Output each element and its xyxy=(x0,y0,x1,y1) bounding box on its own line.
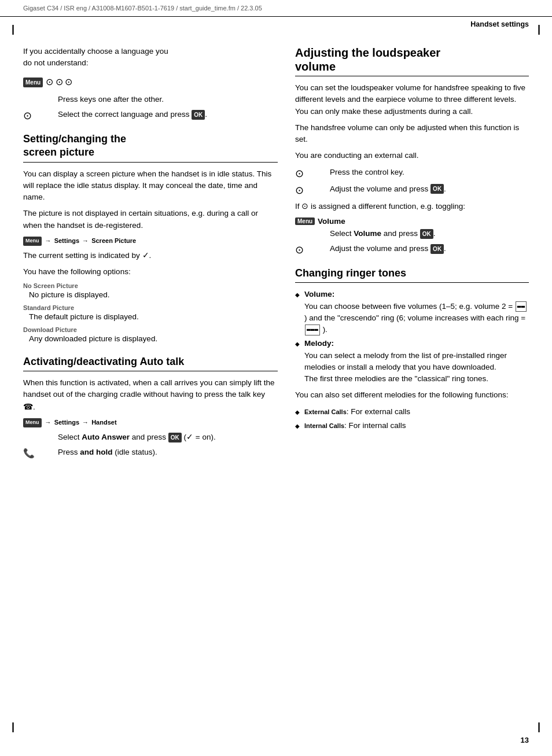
section1-current-setting: The current setting is indicated by ✓. xyxy=(23,249,278,261)
ctrl-key-icon-3: ⊙ xyxy=(295,243,330,256)
left-column: If you accidentally choose a language yo… xyxy=(23,46,278,463)
ctrl-key-icon-2: ⊙ xyxy=(295,183,330,197)
ok-badge-lang: OK xyxy=(192,110,205,120)
menu-badge-vol: Menu xyxy=(295,217,315,225)
right-instr2-row: ⊙ Adjust the volume and press OK. xyxy=(295,183,529,197)
ok-badge-r3: OK xyxy=(430,244,444,254)
section2-heading: Activating/deactivating Auto talk xyxy=(23,355,278,371)
external-calls-item: External Calls: For external calls xyxy=(295,406,529,418)
right-instr3-row: ⊙ Adjust the volume and press OK. xyxy=(295,243,529,256)
page-number: 13 xyxy=(521,736,529,744)
volume-bullet-desc: You can choose between five volumes (1–5… xyxy=(304,302,527,334)
corner-mark-br: | xyxy=(538,721,540,733)
page-footer: 13 xyxy=(521,736,529,744)
option2-name: Standard Picture xyxy=(23,304,278,311)
right-instr1-row: ⊙ Press the control key. xyxy=(295,167,529,180)
also-text: You can also set different melodies for … xyxy=(295,389,529,401)
corner-mark-tr: | xyxy=(538,23,540,35)
arrow-4: → xyxy=(82,419,89,426)
press-keys-text: Press keys one after the other. xyxy=(58,94,278,105)
hold-icon: 📞 xyxy=(23,447,58,459)
header-right xyxy=(527,5,529,12)
section2-instr2-text: Press and hold (idle status). xyxy=(58,447,278,458)
right-instr3-text: Adjust the volume and press OK. xyxy=(330,243,529,255)
checkmark-icon: ✓ xyxy=(142,250,149,260)
right-s1-para2: The handsfree volume can only be adjuste… xyxy=(295,122,529,146)
ok-badge-r1: OK xyxy=(430,184,444,194)
melody-bullet-label: Melody: xyxy=(304,339,334,348)
nav-icon-1: ⊙ xyxy=(46,77,53,87)
right-section2-heading: Changing ringer tones xyxy=(295,267,529,283)
section2-nav-path: Menu → Settings → Handset xyxy=(23,418,278,427)
volume-bullet-item: Volume: You can choose between five volu… xyxy=(295,289,529,335)
vol-icon-2: ▬▬ xyxy=(516,301,527,312)
external-calls-label: External Calls xyxy=(304,408,347,415)
corner-mark-tl: | xyxy=(12,23,14,35)
option1-name: No Screen Picture xyxy=(23,282,278,289)
section1-options-intro: You have the following options: xyxy=(23,266,278,278)
nav-icon-2: ⊙ xyxy=(56,77,63,87)
menu-badge-intro: Menu xyxy=(23,78,43,87)
press-keys-icon xyxy=(23,94,58,94)
option2-desc: The default picture is displayed. xyxy=(29,312,278,323)
header-text: Gigaset C34 / ISR eng / A31008-M1607-B50… xyxy=(23,5,262,12)
option1-desc: No picture is displayed. xyxy=(29,290,278,301)
melody-bullet-desc2: The first three melodies are the "classi… xyxy=(304,374,488,383)
right-s1-para1: You can set the loudspeaker volume for h… xyxy=(295,82,529,117)
menu-badge-s1: Menu xyxy=(23,237,42,246)
section1-para1: You can display a screen picture when th… xyxy=(23,168,278,204)
right-s1-para3: You are conducting an external call. xyxy=(295,150,529,161)
external-calls-text: : For external calls xyxy=(347,407,410,416)
right-if-text: If ⊙ is assigned a different function, e… xyxy=(295,200,529,212)
section1-heading: Setting/changing the screen picture xyxy=(23,132,278,163)
ok-badge-s2: OK xyxy=(168,433,182,442)
volume-bullet-label: Volume: xyxy=(304,290,334,298)
select-language-text: Select the correct language and press OK… xyxy=(58,109,278,120)
option3-desc: Any downloaded picture is displayed. xyxy=(29,334,278,345)
press-keys-row: Press keys one after the other. xyxy=(23,94,278,105)
menu-badge-s2: Menu xyxy=(23,418,42,427)
intro-text: If you accidentally choose a language yo… xyxy=(23,46,278,69)
function-bullet-list: External Calls: For external calls Inter… xyxy=(295,406,529,432)
page-header: Gigaset C34 / ISR eng / A31008-M1607-B50… xyxy=(0,0,552,17)
arrow-1: → xyxy=(45,237,51,244)
section2-para1: When this function is activated, when a … xyxy=(23,377,278,413)
internal-calls-text: : For internal calls xyxy=(344,421,406,430)
select-language-row: ⊙ Select the correct language and press … xyxy=(23,109,278,122)
arrow-3: → xyxy=(45,419,51,426)
handset-settings-label: Handset settings xyxy=(0,17,552,28)
talk-key-icon: ☎ xyxy=(23,402,33,411)
right-column: Adjusting the loudspeaker volume You can… xyxy=(295,46,529,463)
corner-mark-bl: | xyxy=(12,721,14,733)
menu-volume-row: Menu Volume xyxy=(295,217,529,226)
right-instr1-text: Press the control key. xyxy=(330,167,529,178)
content-wrapper: If you accidentally choose a language yo… xyxy=(0,28,552,497)
melody-bullet-item: Melody: You can select a melody from the… xyxy=(295,338,529,385)
ringer-bullet-list: Volume: You can choose between five volu… xyxy=(295,289,529,385)
right-section1-heading: Adjusting the loudspeaker volume xyxy=(295,46,529,76)
option3-name: Download Picture xyxy=(23,326,278,333)
menu-icons-line: Menu ⊙ ⊙ ⊙ xyxy=(23,75,278,89)
select-volume-instr: Select Volume and press OK. xyxy=(330,228,529,239)
ok-badge-r2: OK xyxy=(420,229,433,239)
internal-calls-item: Internal Calls: For internal calls xyxy=(295,420,529,432)
arrow-2: → xyxy=(82,237,89,244)
volume-word: Volume xyxy=(318,217,345,226)
melody-bullet-desc1: You can select a melody from the list of… xyxy=(304,351,507,371)
right-instr2-text: Adjust the volume and press OK. xyxy=(330,183,529,195)
ctrl-key-icon-1: ⊙ xyxy=(295,167,330,180)
internal-calls-label: Internal Calls xyxy=(304,422,344,429)
section2-instr2-row: 📞 Press and hold (idle status). xyxy=(23,447,278,459)
crescendo-icon: ▬▬▬ xyxy=(305,324,320,335)
section2-instr1: Select Auto Answer and press OK (✓ = on)… xyxy=(58,431,278,443)
nav-icon-3: ⊙ xyxy=(65,77,72,87)
select-language-icon: ⊙ xyxy=(23,109,58,122)
section1-para2: The picture is not displayed in certain … xyxy=(23,208,278,231)
section1-nav-path: Menu → Settings → Screen Picture xyxy=(23,236,278,246)
